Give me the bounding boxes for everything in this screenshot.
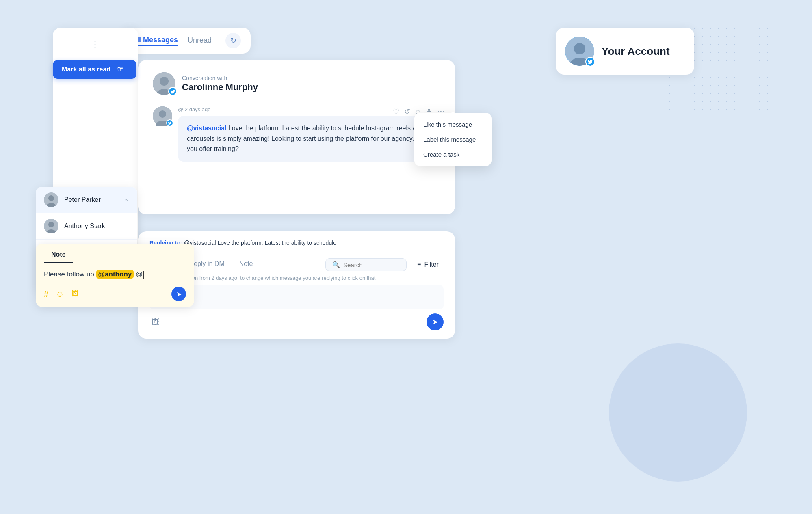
tab-refresh-button[interactable]: ↻ [225,33,241,48]
conversation-avatar-wrap [153,72,175,95]
context-menu-like[interactable]: Like this message [414,117,492,132]
replying-to-text: @vistasocial Love the platform. Latest t… [184,240,336,246]
reply-search-input[interactable] [343,261,396,268]
note-tab-row: Note [36,244,194,263]
conversation-title-wrap: Conversation with Carolinne Murphy [182,75,258,93]
note-emoji-icon[interactable]: ☺ [56,289,64,299]
contact-item-anthony-stark[interactable]: Anthony Stark [36,213,137,240]
conversation-twitter-badge [168,87,177,96]
tab-unread[interactable]: Unread [188,36,212,45]
send-arrow-icon: ➤ [432,317,438,326]
context-menu-task[interactable]: Create a task [414,147,492,162]
context-menu-label[interactable]: Label this message [414,132,492,147]
note-tab-label[interactable]: Note [44,248,73,263]
reply-search-box: 🔍 [325,258,407,271]
deco-circle-large [609,343,747,482]
note-hash-icon[interactable]: # [44,289,48,299]
filter-icon: ≡ [417,261,421,268]
contact-name-anthony-stark: Anthony Stark [64,222,105,230]
note-icon-row: # ☺ 🖼 [44,289,79,299]
search-icon: 🔍 [332,261,340,268]
contact-cursor-peter: ↖ [125,197,129,203]
note-send-button[interactable]: ➤ [171,287,186,301]
note-mention-highlight: @anthony [96,270,134,279]
note-image-icon[interactable]: 🖼 [71,289,79,299]
conversation-header: Conversation with Carolinne Murphy [153,72,440,95]
contact-name-peter-parker: Peter Parker [64,196,101,203]
account-twitter-badge [585,57,595,67]
share-icon[interactable]: ↺ [403,106,411,117]
note-at-cursor: @ [136,270,144,278]
message-text-bubble: @vistasocial Love the platform. Latest t… [178,116,440,162]
note-body[interactable]: Please follow up @anthony @ [36,263,194,283]
reply-tab-note[interactable]: Note [232,258,260,272]
note-send-icon: ➤ [176,290,182,298]
note-panel: Note Please follow up @anthony @ # ☺ 🖼 ➤ [36,244,194,307]
mark-all-read-button[interactable]: Mark all as read ☞ [53,60,136,79]
conversation-panel: Conversation with Carolinne Murphy ♡ ↺ ◇… [138,60,455,214]
svg-point-13 [48,222,54,227]
filter-button[interactable]: ≡ Filter [412,259,444,271]
contact-item-peter-parker[interactable]: Peter Parker ↖ [36,187,137,213]
inbox-menu-dots[interactable]: ⋮ [53,36,138,56]
reply-send-button[interactable]: ➤ [427,313,444,330]
svg-point-4 [160,77,169,86]
message-section: ♡ ↺ ◇ 🖈 ⋯ [153,106,440,162]
reply-actions-row: 🖼 ➤ [149,313,444,330]
message-mention: @vistasocial [187,125,226,132]
filter-label: Filter [424,261,439,268]
reply-image-icon[interactable]: 🖼 [149,316,161,328]
message-twitter-badge [166,119,173,127]
refresh-icon: ↻ [230,36,236,45]
account-avatar [565,37,594,66]
contact-avatar-peter-parker [44,192,58,207]
conversation-with-label: Conversation with [182,75,258,81]
message-avatar [153,106,172,126]
svg-point-7 [159,110,166,118]
account-panel: Your Account [556,28,694,75]
tab-all-messages[interactable]: All Messages [132,36,178,46]
account-title: Your Account [602,45,670,58]
conversation-contact-name: Carolinne Murphy [182,82,258,93]
svg-point-1 [574,43,585,54]
svg-point-10 [48,195,54,201]
cursor-icon: ☞ [117,65,123,74]
note-body-text: Please follow up [44,270,96,278]
context-menu: Like this message Label this message Cre… [414,113,492,166]
mark-all-read-label: Mark all as read [62,66,110,73]
note-footer: # ☺ 🖼 ➤ [36,283,194,307]
tabs-bar: All Messages Unread ↻ [122,28,251,54]
contact-avatar-anthony-stark [44,219,58,233]
like-icon[interactable]: ♡ [392,106,400,117]
